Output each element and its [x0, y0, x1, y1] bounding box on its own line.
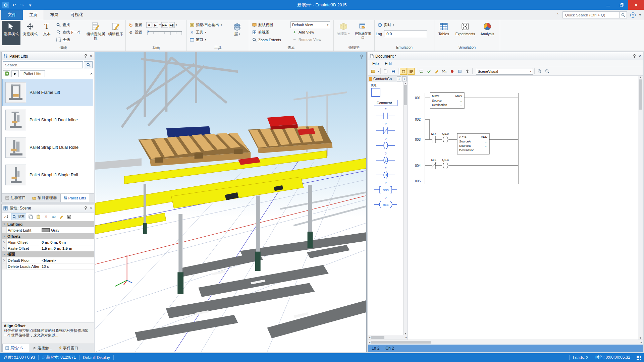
browse-mode-button[interactable]: 浏览模式: [21, 21, 40, 45]
tab-layout[interactable]: 布局: [44, 10, 64, 20]
ladder-diagram[interactable]: 001 002 003 004 005 Move MOV Source ...: [408, 76, 638, 340]
tab-notes-window[interactable]: 注释窗口: [2, 194, 29, 202]
stop-button[interactable]: ■: [146, 22, 152, 28]
ladder-horizontal-scrollbar[interactable]: ◂▸: [368, 340, 643, 345]
select-all-button[interactable]: 全选: [54, 36, 85, 43]
quick-search-input[interactable]: [563, 12, 619, 18]
tab-visualization[interactable]: 可视化: [64, 10, 89, 20]
palette-latch-coil[interactable]: ? L: [375, 152, 396, 165]
ladder-canvas[interactable]: 001 002 003 004 005 Move MOV Source ...: [408, 76, 638, 340]
edit-pencil-icon[interactable]: [433, 68, 440, 75]
pin-icon[interactable]: [84, 206, 88, 210]
zoom-out-icon[interactable]: [544, 68, 551, 75]
message-log-button[interactable]: 消息/日志输出▾: [188, 21, 229, 28]
settings-button[interactable]: ⚙ 设置: [127, 29, 146, 36]
property-row-delete-loads-after[interactable]: Delete Loads After 10 s: [2, 263, 94, 269]
tools-button[interactable]: ✕ 工具▾: [188, 29, 229, 36]
undo-icon[interactable]: ↶: [11, 2, 17, 8]
timeline-marker[interactable]: [148, 30, 149, 33]
save-icon[interactable]: [390, 68, 397, 75]
step-options-icon[interactable]: ▾: [176, 23, 177, 26]
ladder-view-toggle[interactable]: [400, 68, 407, 75]
edit-custom-properties-button[interactable]: 编辑定制属性: [85, 21, 106, 45]
app-logo-icon[interactable]: ⚙: [2, 2, 9, 8]
monitor-toggle-icon[interactable]: 60x: [441, 68, 448, 75]
close-panel-icon[interactable]: ×: [90, 206, 92, 211]
palette-res[interactable]: ? RES: [374, 196, 398, 209]
experiments-button[interactable]: Experiments: [453, 21, 478, 45]
property-row-ambient-light[interactable]: Ambient Light Gray: [2, 227, 94, 233]
property-category-floor[interactable]: ▾ 楼面: [2, 251, 94, 257]
instruction-list-toggle[interactable]: [408, 68, 415, 75]
routine-dropdown-icon[interactable]: ▾: [378, 70, 379, 73]
palette-unlatch-coil[interactable]: ? U: [375, 166, 396, 180]
palette-ons[interactable]: ? ONS: [374, 181, 398, 194]
palette-comment[interactable]: Comment...: [374, 100, 397, 106]
delete-property-icon[interactable]: ✕: [43, 214, 49, 220]
expand-icon[interactable]: ▷: [2, 245, 7, 251]
routine-icon[interactable]: [370, 68, 377, 75]
restore-button[interactable]: [615, 0, 628, 10]
rung-001-mov-block[interactable]: Move MOV Source ... Destination ...: [425, 93, 518, 109]
ladder-vertical-scrollbar[interactable]: ▲▼: [638, 76, 643, 340]
catalog-search-button[interactable]: [84, 61, 93, 68]
pin-icon[interactable]: [633, 54, 636, 58]
expand-icon[interactable]: ▷: [2, 239, 7, 245]
fast-forward-button[interactable]: ▶▶: [161, 22, 168, 28]
redo-icon[interactable]: ↷: [19, 2, 25, 8]
quick-search-icon[interactable]: [619, 12, 627, 18]
palette-coil[interactable]: ?: [375, 137, 396, 150]
tables-button[interactable]: Tables: [435, 21, 452, 45]
view-selector-combo[interactable]: Default View▾: [290, 21, 330, 28]
rung-002-branch[interactable]: [425, 119, 429, 139]
cross-reference-icon[interactable]: [464, 68, 471, 75]
edit-program-button[interactable]: 编辑程序: [107, 21, 124, 45]
display-mode-indicator[interactable]: Default Display: [79, 353, 113, 362]
catalog-run-button[interactable]: ▶: [11, 70, 19, 77]
palette-new-rung[interactable]: 001: [368, 83, 381, 99]
catalog-item-pallet-strap-lift-dual-roller[interactable]: Pallet Strap Lift Dual Rolle: [2, 134, 93, 161]
catalog-item-pallet-straplift-single-roller[interactable]: Pallet StrapLift Single Roll: [2, 161, 93, 189]
remove-view-button[interactable]: − Remove View: [290, 36, 330, 43]
branch-icon[interactable]: [418, 68, 425, 75]
property-row-paste-offset[interactable]: ▷ Paste Offset 1.5 m, 0 m, 1.5 m: [2, 245, 94, 251]
help-icon[interactable]: ?: [630, 12, 636, 18]
close-panel-icon[interactable]: ×: [90, 54, 92, 59]
add-view-button[interactable]: + Add View: [290, 28, 330, 36]
new-document-icon[interactable]: [382, 68, 389, 75]
scene-visual-combo[interactable]: SceneVisual▾: [476, 68, 533, 75]
property-row-default-floor[interactable]: ▷ Default Floor <None>: [2, 257, 94, 263]
physics-button[interactable]: 物理学▾: [335, 21, 352, 45]
add-block[interactable]: A + B ADD SourceA ... SourceB ... Destin…: [457, 133, 489, 154]
timeline-slider[interactable]: [146, 29, 183, 38]
tab-connections[interactable]: 连接触...: [30, 344, 55, 352]
realtime-button[interactable]: 实时▾: [376, 21, 432, 28]
toolbox-next-icon[interactable]: ›: [402, 76, 407, 81]
tab-event-window[interactable]: 事件窗口...: [56, 344, 85, 352]
statusbar-grid-icon[interactable]: [634, 353, 644, 362]
3d-viewport[interactable]: [95, 52, 367, 352]
3d-scene[interactable]: [95, 52, 366, 352]
default-view-button[interactable]: 默认视图: [250, 21, 290, 28]
toolbox-vertical-scrollbar[interactable]: ▲▼: [403, 82, 408, 335]
paste-properties-icon[interactable]: [35, 214, 42, 220]
palette-no-contact[interactable]: ?: [375, 107, 396, 121]
edit-value-icon[interactable]: [58, 214, 65, 220]
window-button[interactable]: 窗口▾: [188, 36, 229, 43]
gray-color-swatch[interactable]: [42, 228, 50, 232]
tab-pallet-lifts[interactable]: Pallet Lifts: [60, 194, 89, 202]
pin-icon[interactable]: [84, 54, 88, 58]
lag-input[interactable]: [384, 30, 427, 37]
close-panel-icon[interactable]: ×: [638, 54, 641, 59]
contact-i2-7[interactable]: I2.7: [431, 132, 436, 143]
catalog-item-pallet-straplift-dual-inline[interactable]: Pallet StrapLift Dual Inline: [2, 106, 93, 134]
analysis-button[interactable]: Analysis: [478, 21, 496, 45]
step-forward-button[interactable]: ▶▮: [169, 22, 175, 28]
tab-project-manager[interactable]: 项目管理器: [29, 194, 60, 202]
expand-icon[interactable]: ▷: [2, 257, 7, 263]
pin-ribbon-icon[interactable]: ▾: [639, 13, 641, 17]
record-icon[interactable]: [448, 68, 455, 75]
stop-watch-icon[interactable]: [456, 68, 463, 75]
nc-contact-i3-5[interactable]: I3.5: [431, 158, 436, 169]
collapse-ribbon-icon[interactable]: ⌃: [556, 13, 559, 17]
